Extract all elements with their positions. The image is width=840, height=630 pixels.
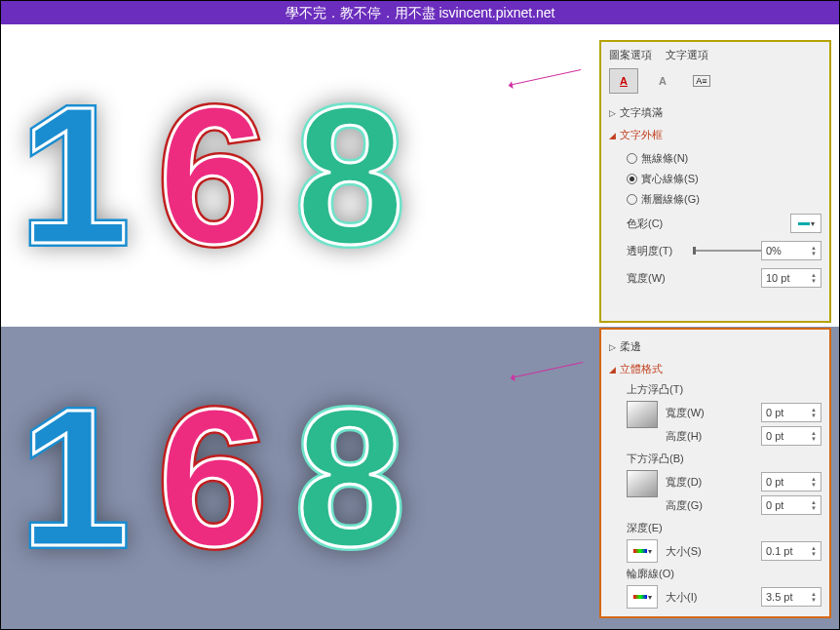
app-window: 學不完．教不停．用不盡 isvincent.pixnet.net 1 6 8 1… [0,0,840,630]
content-area: 1 6 8 1 6 8 圖案選項 文字選項 A A A≡ ▷文字填滿 [1,24,839,629]
section-3d-format[interactable]: ◢立體格式 上方浮凸(T) 寬度(W)0 pt▲▼ 高度(H)0 pt▲▼ 下方… [609,358,821,616]
tab-text-options[interactable]: 文字選項 [666,48,708,62]
bottom-bevel-picker[interactable] [627,470,658,497]
transparency-slider[interactable] [693,250,761,252]
radio-gradient-line[interactable]: 漸層線條(G) [627,189,821,210]
bottom-bevel-width[interactable]: 0 pt▲▼ [761,472,821,492]
label-top-bevel: 上方浮凸(T) [627,382,821,397]
section-text-outline[interactable]: ◢文字外框 無線條(N) 實心線條(S) 漸層線條(G) 色彩(C) ▾ 透明度… [609,124,821,295]
width-input[interactable]: 10 pt▲▼ [761,268,821,288]
tab-shape-options[interactable]: 圖案選項 [609,48,652,62]
format-panel-outline: 圖案選項 文字選項 A A A≡ ▷文字填滿 ◢文字外框 無線條(N) 實心線條… [599,40,831,323]
top-bevel-width[interactable]: 0 pt▲▼ [761,403,821,422]
top-bevel-picker[interactable] [627,401,658,428]
format-panel-3d: ▷柔邊 ◢立體格式 上方浮凸(T) 寬度(W)0 pt▲▼ 高度(H)0 pt▲… [599,328,831,618]
section-text-fill[interactable]: ▷文字填滿 [609,101,821,124]
chevron-right-icon: ▷ [609,342,616,352]
icon-toolbar: A A A≡ [609,68,821,94]
color-picker[interactable]: ▾ [790,214,821,233]
sample-number-1: 1 [20,63,129,288]
top-bevel-group: 寬度(W)0 pt▲▼ 高度(H)0 pt▲▼ [627,397,821,452]
panel-tabs: 圖案選項 文字選項 [609,48,821,62]
radio-solid-line[interactable]: 實心線條(S) [627,169,821,189]
text-fill-outline-icon[interactable]: A [609,68,638,94]
sample-number-6b: 6 [158,366,266,590]
text-effects-icon[interactable]: A [648,68,677,94]
top-bevel-height[interactable]: 0 pt▲▼ [761,426,821,446]
sample-number-8b: 8 [295,366,403,590]
bottom-bevel-height[interactable]: 0 pt▲▼ [761,495,821,515]
sample-number-1b: 1 [20,366,129,590]
field-transparency: 透明度(T) 0%▲▼ [627,237,821,264]
label-contour: 輪廓線(O) [627,567,821,581]
contour-group: ▾ 大小(I)3.5 pt▲▼ [627,581,821,612]
bottom-bevel-group: 寬度(D)0 pt▲▼ 高度(G)0 pt▲▼ [627,466,821,521]
sample-number-8: 8 [295,63,403,288]
outline-options: 無線條(N) 實心線條(S) 漸層線條(G) 色彩(C) ▾ 透明度(T) 0%… [609,148,821,292]
contour-color-picker[interactable]: ▾ [627,585,658,609]
contour-size[interactable]: 3.5 pt▲▼ [761,587,821,607]
label-depth: 深度(E) [627,521,821,535]
field-width: 寬度(W) 10 pt▲▼ [627,264,821,292]
section-soft-edges[interactable]: ▷柔邊 [609,335,821,358]
chevron-down-icon: ◢ [609,131,616,140]
chevron-right-icon: ▷ [609,108,616,118]
depth-color-picker[interactable]: ▾ [627,539,658,563]
field-color: 色彩(C) ▾ [627,210,821,237]
transparency-input[interactable]: 0%▲▼ [761,241,821,260]
text-box-icon[interactable]: A≡ [687,68,716,94]
depth-group: ▾ 大小(S)0.1 pt▲▼ [627,535,821,567]
radio-no-line[interactable]: 無線條(N) [627,148,821,169]
header-banner: 學不完．教不停．用不盡 isvincent.pixnet.net [1,1,839,24]
label-bottom-bevel: 下方浮凸(B) [627,452,821,466]
3d-options: 上方浮凸(T) 寬度(W)0 pt▲▼ 高度(H)0 pt▲▼ 下方浮凸(B) … [609,382,821,612]
depth-size[interactable]: 0.1 pt▲▼ [761,541,821,561]
sample-number-6: 6 [158,63,266,288]
chevron-down-icon: ◢ [609,365,616,374]
